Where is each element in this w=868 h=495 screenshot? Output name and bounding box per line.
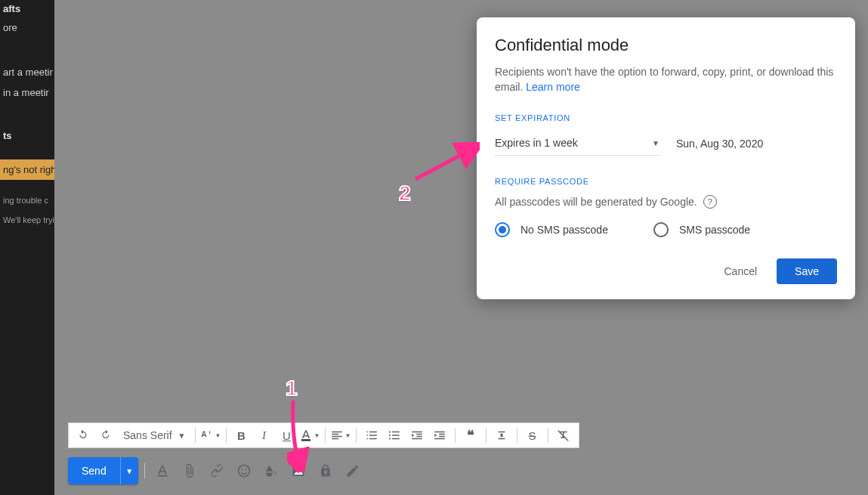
- bulleted-list-icon[interactable]: [384, 425, 405, 446]
- section-require-passcode: REQUIRE PASSCODE: [495, 177, 837, 186]
- radio-sms-passcode[interactable]: SMS passcode: [653, 222, 750, 237]
- font-family-select[interactable]: Sans Serif ▼: [119, 425, 190, 446]
- annotation-number-2: 2: [399, 181, 411, 206]
- save-button[interactable]: Save: [777, 258, 837, 284]
- font-family-label: Sans Serif: [123, 429, 172, 441]
- sidebar-item-drafts[interactable]: afts: [0, 0, 54, 17]
- numbered-list-icon[interactable]: [361, 425, 382, 446]
- italic-icon[interactable]: I: [254, 425, 275, 446]
- svg-point-3: [388, 438, 390, 439]
- image-icon[interactable]: [287, 459, 310, 482]
- emoji-icon[interactable]: [233, 459, 255, 482]
- toolbar-separator: [486, 428, 487, 443]
- pen-icon[interactable]: [341, 459, 364, 482]
- toolbar-separator: [195, 428, 196, 443]
- remove-formatting-icon[interactable]: [553, 425, 574, 446]
- align-icon[interactable]: ▼: [330, 425, 351, 446]
- expiration-value: Expires in 1 week: [495, 137, 578, 149]
- link-icon[interactable]: [205, 459, 228, 482]
- toolbar-separator: [356, 428, 357, 443]
- text-color-icon[interactable]: ▼: [299, 425, 320, 446]
- annotation-arrow-2: [412, 141, 480, 183]
- font-size-icon[interactable]: ▼: [200, 425, 221, 446]
- sidebar-fragment: afts ore art a meetir in a meetir ts ng'…: [0, 0, 54, 495]
- indent-less-icon[interactable]: [406, 425, 428, 446]
- radio-selected-icon: [495, 222, 510, 237]
- dialog-description: Recipients won't have the option to forw…: [495, 64, 837, 95]
- send-button[interactable]: Send: [68, 457, 120, 484]
- sidebar-item-more[interactable]: ore: [0, 17, 54, 38]
- quote-icon[interactable]: ❝: [460, 425, 481, 446]
- dialog-title: Confidential mode: [495, 36, 837, 55]
- help-icon[interactable]: ?: [703, 195, 717, 209]
- indent-more-icon[interactable]: [429, 425, 450, 446]
- svg-point-1: [388, 431, 390, 432]
- confidential-mode-icon[interactable]: [314, 459, 337, 482]
- radio-label: SMS passcode: [679, 224, 750, 236]
- learn-more-link[interactable]: Learn more: [526, 81, 580, 93]
- send-more-button[interactable]: ▼: [120, 457, 138, 484]
- sidebar-status-text: We'll keep tryi: [0, 210, 54, 230]
- confidential-mode-dialog: Confidential mode Recipients won't have …: [477, 17, 855, 299]
- expiration-select[interactable]: Expires in 1 week ▼: [495, 131, 659, 156]
- svg-point-2: [388, 435, 390, 436]
- toolbar-separator: [455, 428, 456, 443]
- radio-unselected-icon: [653, 222, 669, 237]
- toolbar-separator: [548, 428, 548, 443]
- formatting-toolbar: Sans Serif ▼ ▼ B I U ▼ ▼ ❝ S: [68, 422, 579, 448]
- compose-action-row: Send ▼: [68, 457, 364, 484]
- send-button-group: Send ▼: [68, 457, 138, 484]
- redo-icon[interactable]: [96, 425, 117, 446]
- svg-point-9: [295, 468, 297, 470]
- bold-icon[interactable]: B: [231, 425, 252, 446]
- expiration-date: Sun, Aug 30, 2020: [676, 138, 763, 150]
- sidebar-status-text: ing trouble c: [0, 190, 54, 210]
- sidebar-item-highlighted[interactable]: ng's not righ: [0, 159, 54, 180]
- cancel-button[interactable]: Cancel: [716, 259, 765, 283]
- drive-icon[interactable]: [260, 459, 283, 482]
- section-set-expiration: SET EXPIRATION: [495, 113, 837, 122]
- attach-icon[interactable]: [178, 459, 201, 482]
- svg-rect-0: [301, 439, 310, 441]
- sidebar-item-start-meeting[interactable]: art a meetir: [0, 62, 54, 82]
- strike-icon[interactable]: [491, 425, 512, 446]
- passcode-description: All passcodes will be generated by Googl…: [495, 196, 697, 208]
- chevron-down-icon: ▼: [178, 432, 186, 440]
- annotation-number-1: 1: [286, 376, 298, 401]
- sidebar-section: ts: [0, 127, 54, 144]
- toolbar-separator: [226, 428, 227, 443]
- text-format-icon[interactable]: [151, 459, 174, 482]
- svg-point-7: [245, 469, 246, 470]
- radio-label: No SMS passcode: [520, 224, 608, 236]
- chevron-down-icon: ▼: [652, 139, 659, 147]
- radio-no-sms-passcode[interactable]: No SMS passcode: [495, 222, 608, 237]
- underline-icon[interactable]: U: [276, 425, 298, 446]
- svg-point-5: [238, 466, 249, 477]
- svg-point-6: [241, 469, 242, 470]
- strikethrough-icon[interactable]: S: [522, 425, 543, 446]
- sidebar-item-join-meeting[interactable]: in a meetir: [0, 82, 54, 103]
- toolbar-separator: [325, 428, 326, 443]
- svg-rect-4: [157, 475, 167, 477]
- undo-icon[interactable]: [73, 425, 94, 446]
- separator: [144, 463, 145, 478]
- toolbar-separator: [517, 428, 517, 443]
